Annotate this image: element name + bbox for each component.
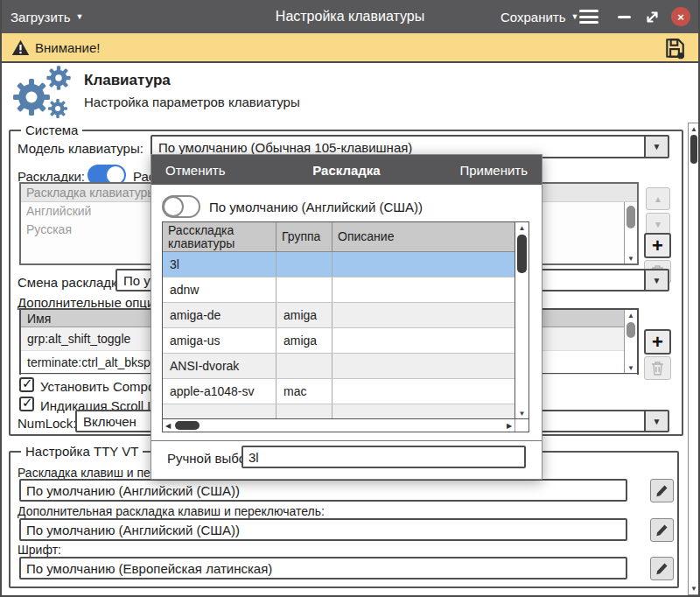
keyboard-settings-window: Загрузить ▼ Настройка клавиатуры Сохрани…: [0, 0, 700, 597]
scroll-up-icon[interactable]: ▲: [625, 310, 637, 320]
table-row-selected[interactable]: 3l: [163, 252, 514, 277]
scroll-corner: [514, 419, 528, 432]
default-layout-toggle[interactable]: [162, 195, 200, 218]
warning-icon: [11, 39, 30, 56]
layout-table-scrollbar[interactable]: ▲ ▼: [514, 222, 528, 418]
chevron-down-icon[interactable]: ▼: [644, 270, 668, 290]
scroll-left-icon[interactable]: ◀: [163, 422, 173, 430]
apply-button[interactable]: Применить: [459, 155, 528, 185]
load-label: Загрузить: [10, 10, 71, 25]
column-description: Описание: [332, 222, 514, 251]
scroll-down-icon[interactable]: ▼: [689, 584, 699, 593]
chevron-down-icon: ▼: [76, 13, 84, 21]
compose-checkbox[interactable]: ✓: [19, 377, 34, 392]
window-title: Настройка клавиатуры: [276, 0, 424, 33]
layout-switch-label: Смена раскладки:: [18, 275, 128, 290]
tty-layout-label: Раскладка клавиш и пер: [18, 466, 158, 480]
layouts-list-scrollbar[interactable]: ▼: [624, 202, 637, 263]
divider: [151, 440, 542, 441]
scroll-down-icon[interactable]: ▼: [515, 408, 528, 418]
layout-table-hscrollbar[interactable]: ◀ ▶: [162, 419, 529, 432]
move-layout-up-button[interactable]: ▲: [646, 187, 670, 210]
warning-banner: Внимание!: [0, 33, 700, 63]
scroll-right-icon[interactable]: ▶: [504, 422, 514, 430]
menu-icon[interactable]: [579, 10, 598, 24]
keyboard-model-label: Модель клавиатуры:: [18, 141, 144, 156]
dialog-title: Раскладка: [312, 155, 380, 185]
gears-icon: [9, 65, 75, 121]
warning-text: Внимание!: [35, 40, 101, 55]
scroll-thumb[interactable]: [175, 421, 200, 430]
scroll-down-icon[interactable]: ▼: [625, 362, 637, 373]
scroll-thumb[interactable]: [517, 235, 527, 273]
column-group: Группа: [276, 222, 332, 251]
save-label: Сохранить: [500, 10, 566, 25]
numlock-label: NumLock:: [18, 416, 77, 431]
hscroll-track[interactable]: [173, 419, 504, 432]
edit-tty-alt-layout-button[interactable]: [650, 518, 674, 542]
page-subtitle: Настройка параметров клавиатуры: [84, 95, 300, 109]
expand-icon[interactable]: [645, 10, 660, 25]
titlebar: Загрузить ▼ Настройка клавиатуры Сохрани…: [0, 0, 700, 33]
column-layout: Расскладка клавиатуры: [163, 222, 276, 251]
page-title: Клавиатура: [84, 72, 171, 89]
keyboard-model-value: По умолчанию (Обычная 105-клавишная): [158, 139, 412, 154]
pencil-icon: [655, 562, 668, 575]
pencil-icon: [655, 523, 668, 537]
table-row: [163, 404, 514, 419]
cancel-button[interactable]: Отменить: [165, 155, 226, 185]
add-layout-button[interactable]: +: [644, 233, 671, 258]
save-menu-button[interactable]: Сохранить ▼: [500, 0, 578, 33]
dialog-header: Отменить Раскладка Применить: [151, 155, 542, 185]
delete-option-button[interactable]: [644, 356, 671, 380]
scroll-thumb[interactable]: [626, 322, 635, 338]
numlock-value: Включен: [83, 414, 136, 429]
layout-table-header: Расскладка клавиатуры Группа Описание: [163, 222, 514, 252]
tty-alt-layout-input[interactable]: [19, 518, 627, 541]
scroll-thumb[interactable]: [690, 135, 697, 164]
manual-select-input[interactable]: [242, 446, 526, 468]
tty-font-label: Шрифт:: [18, 543, 61, 557]
scroll-down-icon[interactable]: ▼: [625, 253, 637, 263]
load-menu-button[interactable]: Загрузить ▼: [10, 0, 83, 33]
add-option-button[interactable]: +: [644, 329, 671, 355]
scrolllock-checkbox[interactable]: ✓: [19, 397, 34, 411]
scroll-thumb[interactable]: [626, 206, 635, 228]
layout-table[interactable]: Расскладка клавиатуры Группа Описание 3l…: [162, 221, 529, 419]
minimize-icon[interactable]: [618, 16, 631, 18]
table-row[interactable]: amiga-de amiga: [163, 303, 514, 328]
scroll-up-icon[interactable]: ▲: [515, 222, 528, 233]
layout-picker-dialog: Отменить Раскладка Применить По умолчани…: [150, 154, 542, 480]
tty-alt-layout-label: Дополнительная раскладка клавиш и перекл…: [18, 504, 325, 518]
tty-font-input[interactable]: [19, 557, 627, 579]
close-icon: ×: [677, 11, 684, 24]
options-table-scrollbar[interactable]: ▲ ▼: [624, 310, 637, 373]
edit-tty-font-button[interactable]: [650, 557, 674, 580]
save-file-icon[interactable]: [663, 37, 686, 60]
chevron-down-icon[interactable]: ▼: [644, 137, 668, 157]
chevron-down-icon[interactable]: ▼: [644, 411, 668, 431]
tty-legend: Настройка TTY VT: [21, 444, 143, 459]
table-row[interactable]: apple-a1048-sv mac: [163, 379, 514, 404]
close-button[interactable]: ×: [671, 7, 690, 26]
scroll-up-icon[interactable]: ▲: [689, 124, 699, 134]
table-row[interactable]: ANSI-dvorak: [163, 354, 514, 379]
edit-tty-layout-button[interactable]: [650, 479, 674, 502]
chevron-down-icon: ▼: [571, 13, 579, 21]
check-icon: ✓: [22, 376, 33, 391]
table-row[interactable]: amiga-us amiga: [163, 328, 514, 354]
tty-layout-input[interactable]: [19, 479, 627, 502]
main-scrollbar[interactable]: ▲ ▼: [688, 123, 700, 595]
table-row[interactable]: adnw: [163, 277, 514, 303]
pencil-icon: [655, 484, 668, 497]
default-layout-toggle-label: По умолчанию (Английский (США)): [209, 200, 423, 214]
trash-icon: [651, 361, 664, 376]
system-legend: Система: [21, 123, 82, 137]
check-icon: ✓: [22, 395, 33, 411]
